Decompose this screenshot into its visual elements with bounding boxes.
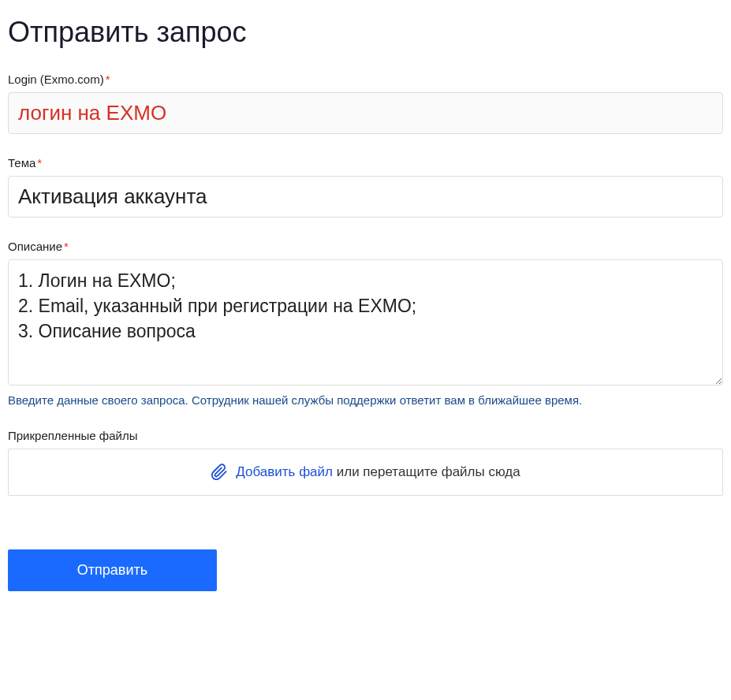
required-mark: * <box>37 156 42 169</box>
login-field-group: Login (Exmo.com)* <box>8 73 723 134</box>
subject-label: Тема* <box>8 156 723 169</box>
login-label: Login (Exmo.com)* <box>8 73 723 86</box>
login-label-text: Login (Exmo.com) <box>8 73 104 86</box>
description-hint: Введите данные своего запроса. Сотрудник… <box>8 393 723 407</box>
subject-field-group: Тема* <box>8 156 723 218</box>
paperclip-icon <box>211 464 228 481</box>
subject-input[interactable] <box>8 176 723 218</box>
attachments-field-group: Прикрепленные файлы Добавить файл или пе… <box>8 429 723 496</box>
required-mark: * <box>106 73 110 86</box>
description-textarea[interactable] <box>8 259 723 385</box>
add-file-link[interactable]: Добавить файл <box>236 464 333 479</box>
submit-button[interactable]: Отправить <box>8 549 217 591</box>
page-title: Отправить запрос <box>8 16 723 49</box>
attachments-label: Прикрепленные файлы <box>8 429 723 442</box>
description-label-text: Описание <box>8 240 62 253</box>
description-label: Описание* <box>8 240 723 253</box>
drag-file-text: или перетащите файлы сюда <box>333 464 520 479</box>
description-field-group: Описание* Введите данные своего запроса.… <box>8 240 723 407</box>
login-input[interactable] <box>8 92 723 134</box>
required-mark: * <box>64 240 69 253</box>
subject-label-text: Тема <box>8 156 35 169</box>
file-drop-zone[interactable]: Добавить файл или перетащите файлы сюда <box>8 449 723 496</box>
